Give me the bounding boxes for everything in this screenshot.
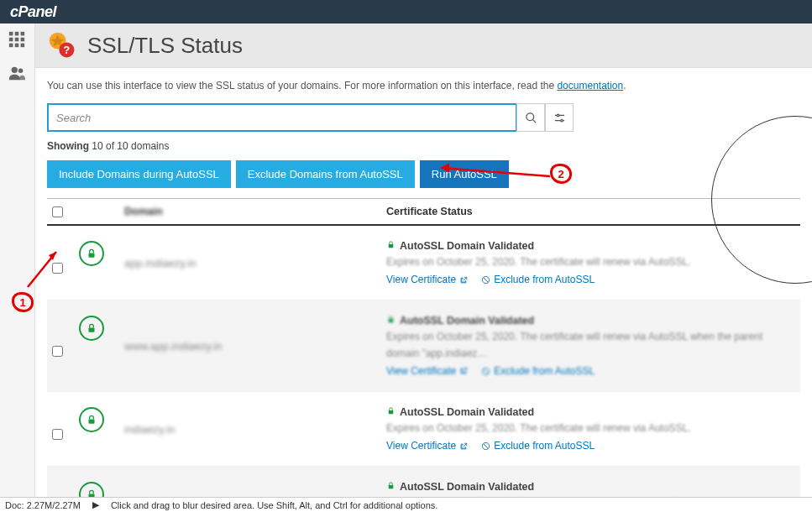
- sliders-icon: [553, 112, 566, 124]
- domain-cell: app.indiaezy.in: [124, 238, 386, 288]
- page-title: SSL/TLS Status: [87, 33, 243, 59]
- svg-rect-24: [89, 328, 95, 332]
- svg-text:?: ?: [64, 44, 71, 56]
- status-bar: Doc: 2.27M/2.27M ▶ Click and drag to blu…: [0, 497, 812, 512]
- intro-post: .: [623, 80, 626, 91]
- exclude-domains-button[interactable]: Exclude Domains from AutoSSL: [236, 160, 415, 188]
- status-expires: Expires on October 25, 2020. The certifi…: [386, 421, 795, 436]
- search-input[interactable]: [47, 103, 517, 132]
- exclude-from-autossl-link[interactable]: Exclude from AutoSSL: [481, 438, 595, 454]
- table-row: app.indiaezy.inAutoSSL Domain ValidatedE…: [47, 226, 800, 300]
- svg-line-40: [441, 168, 550, 176]
- search-button[interactable]: [516, 103, 545, 132]
- domain-cell: mail.indiaezy.in: [124, 478, 386, 497]
- ban-icon: [481, 441, 490, 451]
- svg-rect-2: [20, 32, 24, 36]
- action-buttons: Include Domains during AutoSSL Exclude D…: [47, 160, 800, 188]
- row-checkbox[interactable]: [52, 429, 63, 440]
- external-link-icon: [459, 276, 468, 285]
- annotation-arrow-2: [428, 159, 554, 193]
- view-certificate-link[interactable]: View Certificate: [386, 272, 468, 288]
- table-row: indiaezy.inAutoSSL Domain ValidatedExpir…: [47, 392, 800, 467]
- showing-label: Showing: [47, 140, 89, 152]
- svg-rect-0: [8, 32, 13, 36]
- status-validated: AutoSSL Domain Validated: [400, 312, 534, 329]
- status-validated: AutoSSL Domain Validated: [400, 478, 534, 495]
- svg-rect-25: [389, 319, 394, 322]
- domain-cell: indiaezy.in: [124, 404, 386, 454]
- view-certificate-link[interactable]: View Certificate: [386, 438, 468, 454]
- lock-mini-icon: [386, 404, 396, 421]
- ban-icon: [481, 367, 490, 376]
- svg-line-23: [484, 278, 489, 283]
- domains-table: Domain Certificate Status app.indiaezy.i…: [47, 198, 800, 497]
- page-header: ? SSL/TLS Status: [35, 24, 812, 68]
- status-cell: AutoSSL Domain ValidatedExpires on Octob…: [386, 312, 795, 379]
- svg-line-27: [484, 369, 489, 374]
- doc-size: Doc: 2.27M/2.27M: [5, 500, 81, 510]
- domain-cell: www.app.indiaezy.in: [124, 312, 386, 379]
- svg-rect-1: [14, 32, 18, 36]
- intro-pre: You can use this interface to view the S…: [47, 80, 557, 91]
- status-validated: AutoSSL Domain Validated: [400, 404, 534, 421]
- external-link-icon: [459, 442, 468, 451]
- annotation-arrow-1: [21, 243, 63, 294]
- exclude-from-autossl-link[interactable]: Exclude from AutoSSL: [481, 272, 595, 288]
- lock-mini-icon: [386, 478, 396, 495]
- view-certificate-link[interactable]: View Certificate: [386, 363, 468, 379]
- annotation-2: 2: [550, 164, 572, 184]
- svg-point-19: [560, 119, 563, 122]
- lock-status-icon: [79, 482, 104, 497]
- lock-status-icon: [79, 407, 104, 432]
- svg-point-14: [526, 112, 533, 120]
- content: You can use this interface to view the S…: [35, 68, 812, 497]
- svg-rect-29: [389, 410, 394, 414]
- svg-rect-5: [20, 38, 24, 42]
- column-domain: Domain: [124, 206, 163, 217]
- external-link-icon: [459, 367, 468, 375]
- lock-mini-icon: [386, 238, 396, 254]
- svg-rect-20: [89, 253, 95, 257]
- svg-rect-8: [20, 44, 24, 48]
- svg-point-10: [18, 69, 23, 74]
- layout: ? SSL/TLS Status You can use this interf…: [0, 24, 812, 497]
- status-expires: Expires on October 25, 2020. The certifi…: [386, 329, 795, 361]
- lock-status-icon: [79, 316, 104, 341]
- svg-point-9: [11, 67, 17, 73]
- users-icon[interactable]: [8, 64, 28, 84]
- lock-status-icon: [79, 241, 104, 266]
- ssl-status-icon: ?: [47, 30, 77, 60]
- table-header: Domain Certificate Status: [47, 198, 800, 226]
- svg-rect-6: [8, 44, 13, 48]
- settings-button[interactable]: [545, 103, 574, 132]
- table-row: mail.indiaezy.inAutoSSL Domain Validated…: [47, 467, 800, 497]
- select-all-checkbox[interactable]: [52, 206, 63, 217]
- table-row: www.app.indiaezy.inAutoSSL Domain Valida…: [47, 300, 800, 392]
- annotation-1: 1: [12, 292, 34, 312]
- top-bar: cPanel: [0, 0, 812, 24]
- status-cell: AutoSSL Domain ValidatedExpires on Octob…: [386, 478, 795, 497]
- intro-text: You can use this interface to view the S…: [47, 80, 800, 91]
- footer-hint: Click and drag to blur desired area. Use…: [111, 500, 438, 510]
- showing-text: Showing 10 of 10 domains: [47, 140, 800, 152]
- lock-mini-icon: [386, 312, 396, 329]
- svg-marker-41: [441, 163, 449, 173]
- svg-line-31: [484, 444, 489, 449]
- svg-rect-7: [14, 44, 18, 48]
- showing-count: 10 of 10 domains: [92, 140, 169, 152]
- svg-point-17: [557, 114, 559, 117]
- grid-icon[interactable]: [8, 30, 28, 50]
- status-validated: AutoSSL Domain Validated: [400, 238, 534, 254]
- row-checkbox[interactable]: [52, 346, 63, 357]
- ban-icon: [481, 275, 490, 285]
- svg-rect-4: [14, 38, 18, 42]
- include-domains-button[interactable]: Include Domains during AutoSSL: [47, 160, 231, 188]
- play-icon: ▶: [92, 499, 99, 510]
- svg-rect-3: [8, 38, 13, 42]
- documentation-link[interactable]: documentation: [557, 80, 623, 91]
- svg-rect-28: [89, 419, 95, 423]
- exclude-from-autossl-link[interactable]: Exclude from AutoSSL: [481, 363, 595, 379]
- search-icon: [525, 112, 537, 124]
- svg-line-15: [532, 119, 536, 123]
- search-row: [47, 103, 800, 132]
